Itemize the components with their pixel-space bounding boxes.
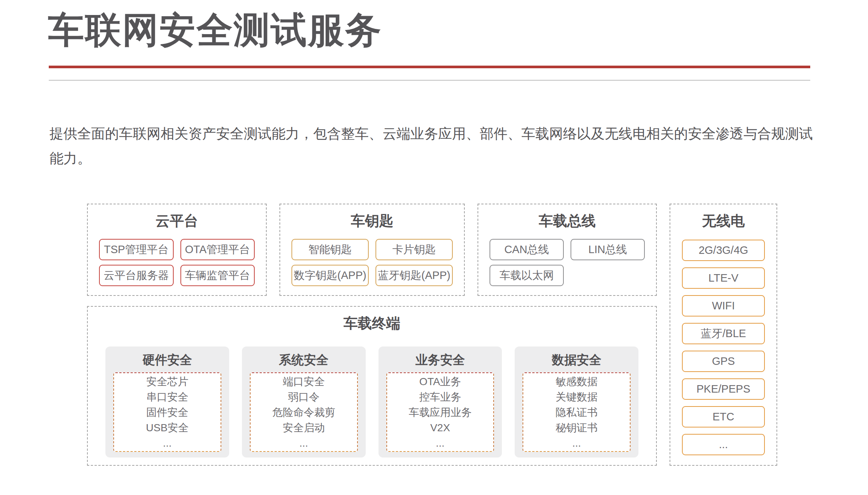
card-list-item: 安全启动 xyxy=(283,420,325,435)
card-list-item: ... xyxy=(572,435,581,451)
card-data-security-title: 数据安全 xyxy=(523,352,631,368)
diagram-item-box: ETC xyxy=(682,406,765,428)
iov-security-diagram: 云平台 TSP管理平台OTA管理平台云平台服务器车辆监管平台 车钥匙 智能钥匙卡… xyxy=(87,204,778,466)
group-vehicle-bus-items: CAN总线LIN总线车载以太网 xyxy=(490,239,645,286)
diagram-item-box: 2G/3G/4G xyxy=(682,240,765,261)
card-system-security-title: 系统安全 xyxy=(250,352,358,368)
group-car-key-title: 车钥匙 xyxy=(280,213,464,229)
card-system-security-items: 端口安全弱口令危险命令裁剪安全启动... xyxy=(250,372,358,452)
diagram-item-box: LTE-V xyxy=(682,267,765,289)
group-radio: 无线电 2G/3G/4GLTE-VWIFI蓝牙/BLEGPSPKE/PEPSET… xyxy=(670,204,777,466)
diagram-item-box: LIN总线 xyxy=(571,239,645,260)
group-radio-title: 无线电 xyxy=(670,213,776,229)
card-hardware-security-title: 硬件安全 xyxy=(113,352,221,368)
card-list-item: 关键数据 xyxy=(556,389,598,405)
card-list-item: 弱口令 xyxy=(288,389,320,405)
diagram-item-box: 卡片钥匙 xyxy=(375,239,453,260)
diagram-item-box: 数字钥匙(APP) xyxy=(291,265,369,286)
card-business-security-title: 业务安全 xyxy=(386,352,494,368)
group-car-key: 车钥匙 智能钥匙卡片钥匙数字钥匙(APP)蓝牙钥匙(APP) xyxy=(279,204,465,296)
group-vehicle-terminal: 车载终端 硬件安全 安全芯片串口安全固件安全USB安全... 系统安全 端口安全… xyxy=(87,306,657,466)
card-list-item: ... xyxy=(163,435,171,451)
diagram-item-box: GPS xyxy=(682,351,765,372)
card-list-item: 隐私证书 xyxy=(556,405,598,420)
diagram-item-box: PKE/PEPS xyxy=(682,378,765,400)
card-list-item: USB安全 xyxy=(146,420,189,435)
header-divider xyxy=(49,80,810,81)
diagram-item-box: TSP管理平台 xyxy=(99,239,174,260)
card-list-item: 秘钥证书 xyxy=(556,420,598,435)
diagram-item-box: 云平台服务器 xyxy=(99,265,174,286)
diagram-item-box: 智能钥匙 xyxy=(291,239,369,260)
group-vehicle-bus-title: 车载总线 xyxy=(478,213,656,229)
group-vehicle-bus: 车载总线 CAN总线LIN总线车载以太网 xyxy=(478,204,657,296)
diagram-item-box: 车辆监管平台 xyxy=(180,265,255,286)
card-data-security: 数据安全 敏感数据关键数据隐私证书秘钥证书... xyxy=(515,346,638,458)
card-list-item: 控车业务 xyxy=(419,389,461,405)
card-list-item: OTA业务 xyxy=(419,374,461,389)
group-car-key-items: 智能钥匙卡片钥匙数字钥匙(APP)蓝牙钥匙(APP) xyxy=(291,239,453,286)
diagram-item-box: CAN总线 xyxy=(490,239,564,260)
group-cloud-platform: 云平台 TSP管理平台OTA管理平台云平台服务器车辆监管平台 xyxy=(87,204,267,296)
diagram-item-box: ... xyxy=(682,434,765,455)
group-vehicle-terminal-title: 车载终端 xyxy=(88,315,656,332)
terminal-cards: 硬件安全 安全芯片串口安全固件安全USB安全... 系统安全 端口安全弱口令危险… xyxy=(105,346,638,458)
card-business-security: 业务安全 OTA业务控车业务车载应用业务V2X... xyxy=(378,346,502,458)
card-business-security-items: OTA业务控车业务车载应用业务V2X... xyxy=(386,372,494,452)
group-cloud-items: TSP管理平台OTA管理平台云平台服务器车辆监管平台 xyxy=(99,239,255,286)
group-cloud-title: 云平台 xyxy=(88,213,266,229)
card-hardware-security-items: 安全芯片串口安全固件安全USB安全... xyxy=(113,372,221,452)
card-list-item: 串口安全 xyxy=(146,389,188,405)
card-list-item: 危险命令裁剪 xyxy=(272,405,335,420)
card-list-item: 车载应用业务 xyxy=(408,405,472,420)
group-radio-items: 2G/3G/4GLTE-VWIFI蓝牙/BLEGPSPKE/PEPSETC... xyxy=(682,240,765,455)
card-system-security: 系统安全 端口安全弱口令危险命令裁剪安全启动... xyxy=(242,346,366,458)
title-accent-rule xyxy=(49,66,810,68)
diagram-item-box: 蓝牙/BLE xyxy=(682,323,765,344)
card-list-item: 敏感数据 xyxy=(556,374,598,389)
card-data-security-items: 敏感数据关键数据隐私证书秘钥证书... xyxy=(523,372,631,452)
card-hardware-security: 硬件安全 安全芯片串口安全固件安全USB安全... xyxy=(105,346,229,458)
card-list-item: 端口安全 xyxy=(283,374,325,389)
card-list-item: ... xyxy=(299,435,308,451)
diagram-item-box: WIFI xyxy=(682,295,765,316)
card-list-item: 安全芯片 xyxy=(146,374,188,389)
card-list-item: 固件安全 xyxy=(146,405,188,420)
card-list-item: V2X xyxy=(430,420,450,435)
card-list-item: ... xyxy=(436,435,445,451)
intro-paragraph: 提供全面的车联网相关资产安全测试能力，包含整车、云端业务应用、部件、车载网络以及… xyxy=(50,122,815,171)
diagram-item-box: 蓝牙钥匙(APP) xyxy=(375,265,453,286)
diagram-item-box: 车载以太网 xyxy=(490,265,564,286)
diagram-item-box: OTA管理平台 xyxy=(180,239,255,260)
page-title: 车联网安全测试服务 xyxy=(48,7,382,53)
